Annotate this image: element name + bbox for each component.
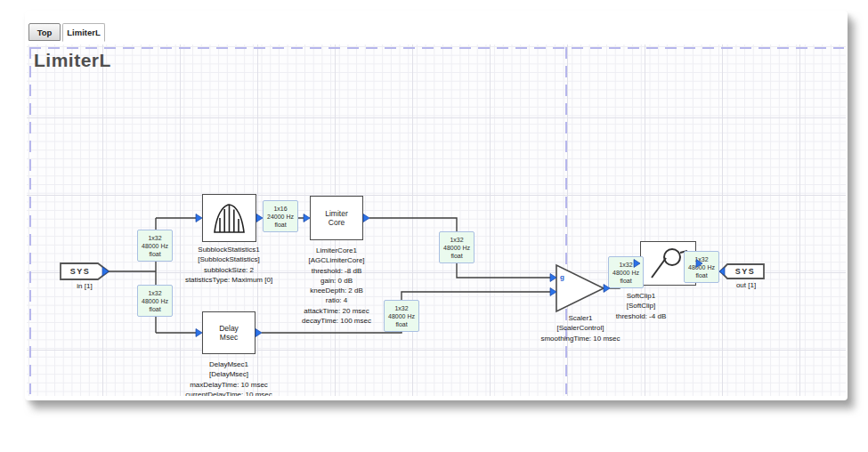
delay-msec-caption: DelayMsec1 [DelayMsec] maxDelayTime: 10 … <box>158 359 300 396</box>
delay-msec-inner-label: Delay Msec <box>219 324 239 343</box>
design-canvas[interactable]: LimiterL Limiter C <box>27 44 846 396</box>
sys-out-port-label: out [1] <box>715 281 777 289</box>
sys-out-label: SYS <box>726 267 764 276</box>
limiter-core-inner-label: Limiter Core <box>325 209 348 228</box>
sys-in-label: SYS <box>61 267 100 276</box>
scaler-gain-pin-label: g <box>560 273 564 281</box>
tab-top[interactable]: Top <box>28 23 61 41</box>
delay-msec-block[interactable]: Delay Msec <box>202 311 256 354</box>
wire-type-label: 1x1624000 Hzfloat <box>263 200 298 232</box>
wire-type-label: 1x3248000 Hzfloat <box>137 285 173 317</box>
wire-type-label: 1x3248000 Hzfloat <box>608 256 644 288</box>
wire-layer <box>27 44 846 396</box>
wire-type-label: 1x3248000 Hzfloat <box>384 300 419 332</box>
subblock-statistics-block[interactable] <box>202 194 256 242</box>
histogram-icon <box>204 196 255 240</box>
sys-in-port-label: in [1] <box>58 282 111 290</box>
tab-limiterl[interactable]: LimiterL <box>62 23 105 42</box>
wire-type-label: 1x3248000 Hzfloat <box>684 251 719 283</box>
soft-clip-caption: SoftClip1 [SoftClip] threshold: -4 dB <box>570 291 712 321</box>
wire-type-label: 1x3248000 Hzfloat <box>137 230 173 262</box>
limiter-core-block[interactable]: Limiter Core <box>310 196 363 240</box>
designer-window: Top LimiterL LimiterL <box>25 11 848 400</box>
tab-bar: Top LimiterL <box>27 23 842 44</box>
wire-type-label: 1x3248000 Hzfloat <box>439 231 475 263</box>
